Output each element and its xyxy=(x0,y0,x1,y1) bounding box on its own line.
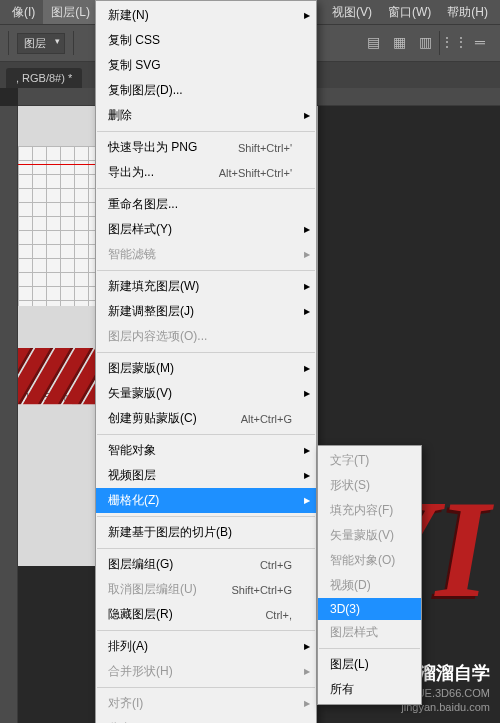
sub-smart-object: 智能对象(O) xyxy=(318,548,421,573)
align-left-icon[interactable]: ▤ xyxy=(361,31,385,53)
layer-menu: 新建(N) 复制 CSS 复制 SVG 复制图层(D)... 删除 快速导出为 … xyxy=(95,0,317,723)
menu-separator xyxy=(97,548,315,549)
sub-video: 视频(D) xyxy=(318,573,421,598)
menu-layer-mask[interactable]: 图层蒙版(M) xyxy=(96,356,316,381)
menu-distribute: 分布(T) xyxy=(96,716,316,723)
menu-combine: 合并形状(H) xyxy=(96,659,316,684)
sub-text: 文字(T) xyxy=(318,448,421,473)
menu-delete[interactable]: 删除 xyxy=(96,103,316,128)
align-center-icon[interactable]: ▦ xyxy=(387,31,411,53)
sub-fill: 填充内容(F) xyxy=(318,498,421,523)
menu-ungroup: 取消图层编组(U)Shift+Ctrl+G xyxy=(96,577,316,602)
sub-layer[interactable]: 图层(L) xyxy=(318,652,421,677)
menu-separator xyxy=(97,516,315,517)
distribute-h-icon[interactable]: ⋮⋮ xyxy=(442,31,466,53)
document-tab[interactable]: , RGB/8#) * xyxy=(6,68,82,88)
menu-view[interactable]: 视图(V) xyxy=(324,0,380,24)
menu-image[interactable]: 像(I) xyxy=(4,0,43,24)
menu-copy-svg[interactable]: 复制 SVG xyxy=(96,53,316,78)
menu-content-opts: 图层内容选项(O)... xyxy=(96,324,316,349)
menu-new[interactable]: 新建(N) xyxy=(96,3,316,28)
menu-copy-css[interactable]: 复制 CSS xyxy=(96,28,316,53)
sub-shape: 形状(S) xyxy=(318,473,421,498)
sub-all[interactable]: 所有 xyxy=(318,677,421,702)
watermark-brand: 溜溜自学 xyxy=(418,661,490,685)
align-right-icon[interactable]: ▥ xyxy=(413,31,437,53)
menu-separator xyxy=(97,687,315,688)
menu-layer-style[interactable]: 图层样式(Y) xyxy=(96,217,316,242)
menu-separator xyxy=(97,630,315,631)
menu-dup-layer[interactable]: 复制图层(D)... xyxy=(96,78,316,103)
menu-smart-filter: 智能滤镜 xyxy=(96,242,316,267)
menu-separator xyxy=(97,434,315,435)
rasterize-submenu: 文字(T) 形状(S) 填充内容(F) 矢量蒙版(V) 智能对象(O) 视频(D… xyxy=(317,445,422,705)
menu-layer[interactable]: 图层(L) xyxy=(43,0,98,24)
menu-rename[interactable]: 重命名图层... xyxy=(96,192,316,217)
distribute-v-icon[interactable]: ═ xyxy=(468,31,492,53)
menu-new-fill[interactable]: 新建填充图层(W) xyxy=(96,274,316,299)
sub-layer-style: 图层样式 xyxy=(318,620,421,645)
sub-vector-mask: 矢量蒙版(V) xyxy=(318,523,421,548)
menu-group[interactable]: 图层编组(G)Ctrl+G xyxy=(96,552,316,577)
menu-help[interactable]: 帮助(H) xyxy=(439,0,496,24)
menu-separator xyxy=(319,648,420,649)
sub-3d[interactable]: 3D(3) xyxy=(318,598,421,620)
ruler-vertical[interactable] xyxy=(0,106,18,723)
menu-video-layers[interactable]: 视频图层 xyxy=(96,463,316,488)
menu-new-slice[interactable]: 新建基于图层的切片(B) xyxy=(96,520,316,545)
menu-separator xyxy=(97,131,315,132)
menu-separator xyxy=(97,188,315,189)
menu-export-as[interactable]: 导出为...Alt+Shift+Ctrl+' xyxy=(96,160,316,185)
menu-hide[interactable]: 隐藏图层(R)Ctrl+, xyxy=(96,602,316,627)
menu-window[interactable]: 窗口(W) xyxy=(380,0,439,24)
menu-align: 对齐(I) xyxy=(96,691,316,716)
menu-separator xyxy=(97,352,315,353)
menu-separator xyxy=(97,270,315,271)
menu-arrange[interactable]: 排列(A) xyxy=(96,634,316,659)
menu-quick-export[interactable]: 快速导出为 PNGShift+Ctrl+' xyxy=(96,135,316,160)
menu-rasterize[interactable]: 栅格化(Z) xyxy=(96,488,316,513)
menu-new-adjust[interactable]: 新建调整图层(J) xyxy=(96,299,316,324)
menu-vector-mask[interactable]: 矢量蒙版(V) xyxy=(96,381,316,406)
layers-dropdown[interactable]: 图层 xyxy=(17,33,65,54)
menu-clip-mask[interactable]: 创建剪贴蒙版(C)Alt+Ctrl+G xyxy=(96,406,316,431)
menu-smart-object[interactable]: 智能对象 xyxy=(96,438,316,463)
